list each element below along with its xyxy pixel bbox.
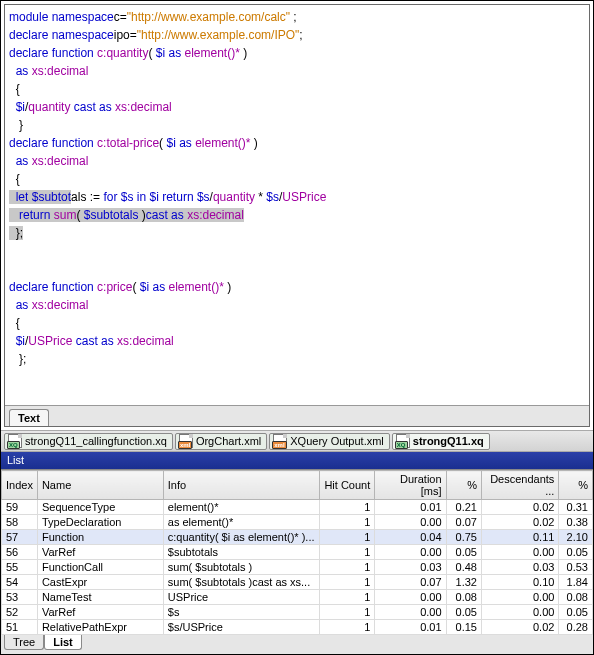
table-row[interactable]: 54CastExprsum( $subtotals )cast as xs...… (2, 575, 593, 590)
table-row[interactable]: 51RelativePathExpr$s/USPrice10.010.150.0… (2, 620, 593, 635)
column-header[interactable]: Hit Count (319, 471, 375, 500)
file-tab-label: OrgChart.xml (196, 435, 261, 447)
file-tab[interactable]: xmlOrgChart.xml (175, 433, 267, 450)
column-header[interactable]: Name (37, 471, 163, 500)
table-row[interactable]: 52VarRef$s10.000.050.000.05 (2, 605, 593, 620)
file-tab-label: strongQ11.xq (413, 435, 484, 447)
file-tab[interactable]: XQstrongQ11.xq (392, 433, 490, 450)
editor-tab-text[interactable]: Text (9, 409, 49, 426)
table-row[interactable]: 59SequenceTypeelement()*10.010.210.020.3… (2, 500, 593, 515)
view-tab-list[interactable]: List (44, 635, 82, 650)
view-tab-tree[interactable]: Tree (4, 635, 44, 650)
column-header[interactable]: % (446, 471, 481, 500)
file-icon: XQ (8, 434, 22, 448)
file-icon: xml (179, 434, 193, 448)
bottom-tab-row: TreeList (1, 635, 593, 654)
table-row[interactable]: 53NameTestUSPrice10.000.080.000.08 (2, 590, 593, 605)
code-editor[interactable]: module namespacec="http://www.example.co… (4, 4, 590, 427)
table-row[interactable]: 56VarRef$subtotals10.000.050.000.05 (2, 545, 593, 560)
table-row[interactable]: 58TypeDeclarationas element()*10.000.070… (2, 515, 593, 530)
editor-tab-row: Text (5, 405, 589, 426)
results-panel: IndexNameInfoHit CountDuration [ms]%Desc… (1, 469, 593, 654)
file-tab-label: XQuery Output.xml (290, 435, 384, 447)
column-header[interactable]: Duration [ms] (375, 471, 446, 500)
file-icon: xml (273, 434, 287, 448)
code-area[interactable]: module namespacec="http://www.example.co… (5, 5, 589, 405)
file-tab[interactable]: XQstrongQ11_callingfunction.xq (4, 433, 173, 450)
column-header[interactable]: Descendants ... (481, 471, 558, 500)
column-header[interactable]: Info (163, 471, 319, 500)
table-header-row: IndexNameInfoHit CountDuration [ms]%Desc… (2, 471, 593, 500)
table-row[interactable]: 55FunctionCallsum( $subtotals )10.030.48… (2, 560, 593, 575)
column-header[interactable]: Index (2, 471, 38, 500)
results-table[interactable]: IndexNameInfoHit CountDuration [ms]%Desc… (1, 470, 593, 635)
file-tab-bar: XQstrongQ11_callingfunction.xqxmlOrgChar… (1, 430, 593, 452)
panel-title: List (1, 452, 593, 469)
column-header[interactable]: % (559, 471, 593, 500)
table-row[interactable]: 57Functionc:quantity( $i as element()* )… (2, 530, 593, 545)
file-tab[interactable]: xmlXQuery Output.xml (269, 433, 390, 450)
file-icon: XQ (396, 434, 410, 448)
file-tab-label: strongQ11_callingfunction.xq (25, 435, 167, 447)
